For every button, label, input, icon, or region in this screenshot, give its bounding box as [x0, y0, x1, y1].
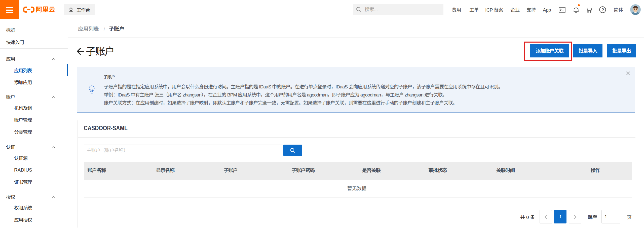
svg-text:?: ?	[601, 8, 604, 12]
